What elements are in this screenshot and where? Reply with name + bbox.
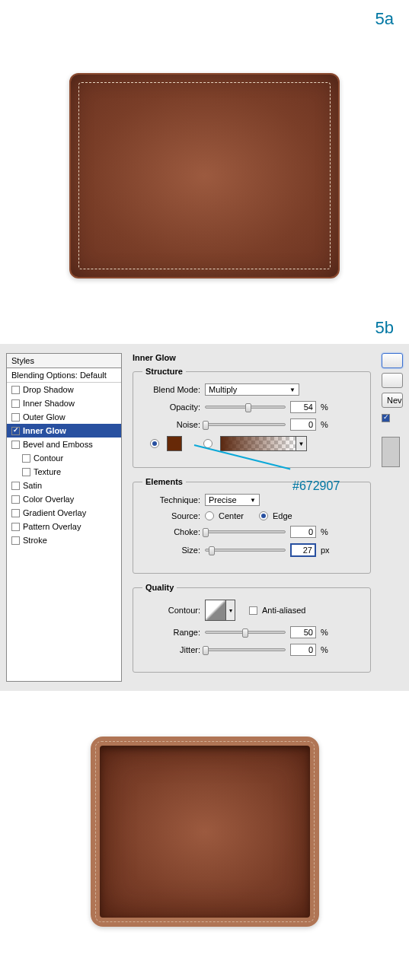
size-slider[interactable] [205, 549, 286, 552]
antialiased-label: Anti-aliased [262, 606, 305, 615]
step-label-5b: 5b [0, 309, 409, 344]
style-label: Texture [34, 467, 61, 476]
source-label: Source: [142, 511, 200, 520]
choke-input[interactable]: 0 [290, 526, 316, 538]
choke-slider[interactable] [205, 530, 286, 533]
style-checkbox[interactable] [11, 536, 20, 545]
style-checkbox[interactable] [11, 427, 20, 435]
opacity-slider[interactable] [205, 406, 286, 409]
new-style-button[interactable]: Nev [382, 393, 403, 408]
choke-label: Choke: [142, 527, 200, 536]
jitter-label: Jitter: [142, 645, 200, 654]
style-label: Pattern Overlay [23, 522, 81, 531]
gradient-preview[interactable] [220, 436, 296, 451]
style-item-inner-shadow[interactable]: Inner Shadow [7, 396, 121, 410]
styles-header[interactable]: Styles [7, 354, 121, 368]
source-edge-label: Edge [273, 511, 292, 520]
style-label: Stroke [23, 536, 47, 545]
jitter-input[interactable]: 0 [290, 644, 316, 656]
style-item-contour[interactable]: Contour [7, 451, 121, 465]
style-item-outer-glow[interactable]: Outer Glow [7, 410, 121, 424]
noise-slider[interactable] [205, 423, 286, 426]
style-checkbox[interactable] [11, 509, 20, 517]
style-item-bevel-and-emboss[interactable]: Bevel and Emboss [7, 438, 121, 451]
leather-preview-stitched [69, 73, 340, 278]
range-unit: % [321, 628, 336, 637]
preview-swatch [382, 437, 400, 467]
technique-label: Technique: [142, 495, 200, 504]
source-center-label: Center [219, 511, 244, 520]
gradient-dropdown-arrow[interactable]: ▼ [296, 436, 307, 451]
style-label: Bevel and Emboss [23, 440, 93, 449]
preview-checkbox[interactable] [382, 414, 390, 422]
dialog-buttons: Nev [382, 353, 403, 682]
style-checkbox[interactable] [11, 523, 20, 531]
color-swatch[interactable] [167, 436, 182, 451]
style-checkbox[interactable] [11, 495, 20, 504]
preview-section-b [0, 691, 409, 965]
contour-label: Contour: [142, 606, 200, 615]
size-unit: px [321, 546, 336, 555]
style-label: Drop Shadow [23, 385, 74, 394]
panel-title: Inner Glow [133, 353, 371, 367]
style-checkbox[interactable] [11, 386, 20, 394]
choke-unit: % [321, 527, 336, 536]
range-slider[interactable] [205, 631, 286, 634]
style-label: Contour [34, 453, 63, 463]
style-checkbox[interactable] [22, 468, 30, 476]
antialiased-checkbox[interactable] [249, 606, 257, 615]
size-input[interactable]: 27 [290, 543, 316, 557]
style-item-stroke[interactable]: Stroke [7, 533, 121, 547]
style-label: Color Overlay [23, 495, 74, 504]
range-input[interactable]: 50 [290, 626, 316, 638]
structure-legend: Structure [142, 367, 186, 376]
elements-legend: Elements [142, 477, 186, 486]
ok-button[interactable] [382, 353, 403, 368]
style-checkbox[interactable] [22, 454, 30, 463]
blend-mode-dropdown[interactable]: Multiply [205, 383, 299, 396]
opacity-input[interactable]: 54 [290, 401, 316, 413]
style-item-satin[interactable]: Satin [7, 479, 121, 492]
blend-mode-label: Blend Mode: [142, 385, 200, 394]
noise-label: Noise: [142, 420, 200, 429]
noise-input[interactable]: 0 [290, 418, 316, 431]
range-label: Range: [142, 628, 200, 637]
style-checkbox[interactable] [11, 399, 20, 408]
jitter-slider[interactable] [205, 648, 286, 651]
styles-list-panel: Styles Blending Options: Default Drop Sh… [6, 353, 122, 682]
opacity-unit: % [321, 402, 336, 412]
quality-legend: Quality [142, 583, 177, 592]
preview-section-a [0, 35, 409, 309]
style-item-texture[interactable]: Texture [7, 465, 121, 479]
style-label: Outer Glow [23, 412, 66, 422]
style-label: Inner Glow [23, 426, 66, 435]
cancel-button[interactable] [382, 373, 403, 388]
source-center-radio[interactable] [205, 511, 214, 520]
quality-group: Quality Contour: ▾ Anti-aliased Range: 5… [133, 583, 371, 673]
color-radio[interactable] [150, 439, 159, 448]
style-item-drop-shadow[interactable]: Drop Shadow [7, 383, 121, 396]
style-label: Inner Shadow [23, 399, 75, 408]
source-edge-radio[interactable] [259, 511, 268, 520]
style-label: Satin [23, 481, 42, 490]
style-label: Gradient Overlay [23, 508, 86, 517]
style-checkbox[interactable] [11, 482, 20, 490]
style-checkbox[interactable] [11, 441, 20, 449]
style-checkbox[interactable] [11, 413, 20, 422]
technique-dropdown[interactable]: Precise [205, 494, 260, 506]
layer-style-dialog: Styles Blending Options: Default Drop Sh… [0, 344, 409, 691]
opacity-label: Opacity: [142, 402, 200, 412]
elements-group: Elements Technique: Precise Source: Cent… [133, 477, 371, 574]
contour-dropdown-arrow[interactable]: ▾ [226, 600, 235, 621]
contour-picker[interactable] [205, 600, 226, 621]
structure-group: Structure Blend Mode: Multiply Opacity: … [133, 367, 371, 468]
style-item-color-overlay[interactable]: Color Overlay [7, 492, 121, 506]
noise-unit: % [321, 420, 336, 429]
jitter-unit: % [321, 645, 336, 654]
style-item-inner-glow[interactable]: Inner Glow [7, 424, 121, 438]
style-item-gradient-overlay[interactable]: Gradient Overlay [7, 506, 121, 520]
step-label-5a: 5a [0, 0, 409, 35]
style-item-pattern-overlay[interactable]: Pattern Overlay [7, 520, 121, 533]
blending-options-row[interactable]: Blending Options: Default [7, 368, 121, 383]
size-label: Size: [142, 546, 200, 555]
